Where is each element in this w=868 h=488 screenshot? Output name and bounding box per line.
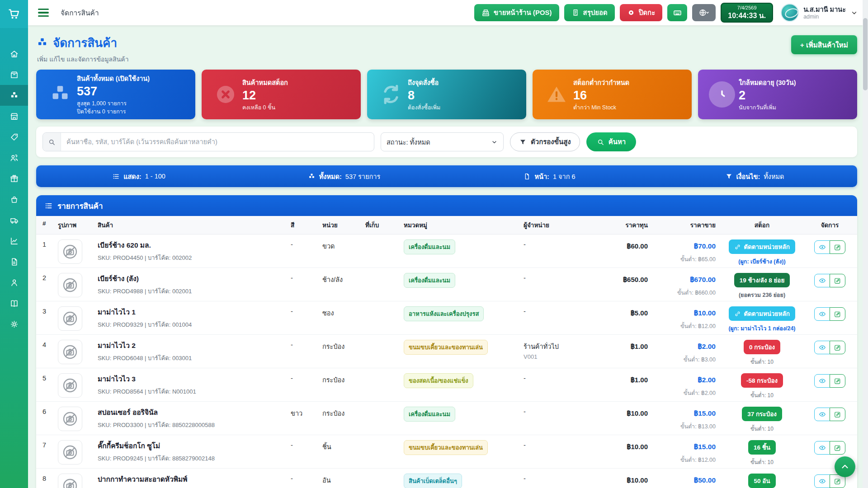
cost-price: ฿60.00 <box>591 239 648 252</box>
stat-card-value: 2 <box>739 88 796 103</box>
sidebar-item-documents[interactable] <box>0 251 28 272</box>
cash-register-icon <box>481 9 490 17</box>
hamburger-menu-button[interactable] <box>36 7 51 19</box>
edit-product-button[interactable] <box>830 274 845 287</box>
view-product-button[interactable] <box>814 474 830 488</box>
view-product-button[interactable] <box>814 441 830 455</box>
chevron-up-icon <box>840 462 850 472</box>
supplier-cell: - <box>524 273 591 282</box>
sales-summary-button[interactable]: สรุปยอด <box>564 4 615 21</box>
advanced-filter-button[interactable]: ตัวกรองขั้นสูง <box>510 132 580 151</box>
language-dropdown-button[interactable] <box>692 4 716 21</box>
view-product-button[interactable] <box>814 374 830 388</box>
view-product-button[interactable] <box>814 408 830 421</box>
column-header: รูปภาพ <box>58 220 98 230</box>
keyboard-shortcuts-button[interactable] <box>667 4 687 21</box>
product-image-cell <box>58 373 98 398</box>
stock-badge-label: 37 กระป๋อง <box>747 409 777 419</box>
scroll-to-top-button[interactable] <box>835 456 855 477</box>
supplier-name: - <box>524 440 591 449</box>
stat-card-value: 537 <box>77 84 150 99</box>
action-button-group <box>814 239 845 254</box>
category-cell: เครื่องดื่มและนม <box>404 239 524 254</box>
row-number: 6 <box>42 407 58 415</box>
sale-price: ฿50.00 <box>648 474 716 486</box>
settings-icon <box>9 319 19 329</box>
status-select[interactable]: สถานะ: ทั้งหมด <box>381 132 504 151</box>
sidebar-item-reports[interactable] <box>0 230 28 251</box>
sidebar-item-menu-book[interactable] <box>0 293 28 314</box>
stock-note: ขั้นต่ำ: 10 <box>716 458 808 466</box>
search-submit-button[interactable]: ค้นหา <box>586 132 637 151</box>
x-circle-icon <box>214 83 237 106</box>
top-header: จัดการสินค้า ขายหน้าร้าน (POS) สรุปยอด ป… <box>28 0 868 25</box>
stat-card-title: สต็อกต่ำกว่ากำหนด <box>573 77 629 88</box>
stat-card-subtext: ต้องสั่งซื้อเพิ่ม <box>408 103 440 112</box>
link-icon <box>734 244 741 250</box>
edit-product-button[interactable] <box>830 441 845 455</box>
stat-card-value: 16 <box>573 88 629 103</box>
no-image-placeholder <box>58 407 82 431</box>
home-icon <box>9 49 19 59</box>
user-menu[interactable]: น.ส.มานี มานะ admin <box>781 4 858 22</box>
stat-card-near-expiry: ใกล้หมดอายุ (30วัน)2นับจากวันที่เพิ่ม <box>698 70 857 119</box>
search-panel: สถานะ: ทั้งหมด ตัวกรองขั้นสูง ค้นหา <box>36 127 857 157</box>
view-product-button[interactable] <box>814 307 830 321</box>
stock-note: ขั้นต่ำ: 10 <box>716 357 808 366</box>
record-circle-icon <box>627 9 635 17</box>
row-number: 4 <box>42 340 58 348</box>
stock-cell: 16 ชิ้นขั้นต่ำ: 10 <box>716 440 808 466</box>
view-product-button[interactable] <box>814 274 830 287</box>
add-product-button[interactable]: + เพิ่มสินค้าใหม่ <box>791 35 857 54</box>
scrollbar-thumb[interactable] <box>863 18 868 90</box>
store-icon <box>9 112 19 121</box>
sidebar-item-shipping[interactable] <box>0 210 28 230</box>
info-bar-segment-3: เงื่อนไข:ทั้งหมด <box>652 171 857 182</box>
sidebar-item-settings[interactable] <box>0 314 28 334</box>
sidebar-item-pricing-tags[interactable] <box>0 127 28 147</box>
basket-icon <box>9 195 19 204</box>
product-sku-barcode: SKU: PROD9245 | บาร์โค้ด: 8858279002148 <box>98 454 291 463</box>
info-bar-segment-1: ทั้งหมด:537 รายการ <box>241 171 447 182</box>
edit-product-button[interactable] <box>830 374 845 388</box>
date-text: 7/4/2569 <box>728 5 766 11</box>
edit-product-button[interactable] <box>830 408 845 421</box>
product-location <box>365 239 404 241</box>
search-box <box>42 132 374 151</box>
no-image-placeholder <box>58 440 82 465</box>
stat-card-below-min-stock: สต็อกต่ำกว่ากำหนด16ต่ำกว่า Min Stock <box>533 70 692 119</box>
camera-slash-icon <box>62 377 78 394</box>
product-name: คั๊กกี้ครีมช็อกโก ซูโม่ <box>98 440 291 451</box>
product-location <box>365 440 404 441</box>
header-title: จัดการสินค้า <box>61 7 99 19</box>
supplier-cell: - <box>524 474 591 482</box>
sidebar-item-orders[interactable] <box>0 64 28 85</box>
sidebar-item-promotions[interactable] <box>0 168 28 189</box>
edit-product-button[interactable] <box>830 307 845 321</box>
min-sale-price: ขั้นต่ำ: ฿660.00 <box>648 288 716 297</box>
search-input[interactable] <box>61 138 374 145</box>
sidebar-item-home[interactable] <box>0 43 28 64</box>
min-sale-price: ขั้นต่ำ: ฿13.00 <box>648 422 716 431</box>
customers-icon <box>9 153 19 163</box>
edit-product-button[interactable] <box>830 240 845 254</box>
stat-card-title: ใกล้หมดอายุ (30วัน) <box>739 77 796 88</box>
sidebar-item-store[interactable] <box>0 106 28 127</box>
table-title: รายการสินค้า <box>57 200 103 212</box>
page-subtitle: เพิ่ม แก้ไข และจัดการข้อมูลสินค้า <box>37 54 129 64</box>
product-location <box>365 306 404 308</box>
pos-button[interactable]: ขายหน้าร้าน (POS) <box>474 4 559 21</box>
view-product-button[interactable] <box>814 341 830 354</box>
edit-product-button[interactable] <box>830 341 845 354</box>
column-header: ราคาขาย <box>648 220 716 230</box>
app-logo[interactable] <box>0 0 28 28</box>
close-shift-button[interactable]: ปิดกะ <box>620 4 662 21</box>
sidebar-item-customers[interactable] <box>0 147 28 168</box>
stock-badge: ตัดตามหน่วยหลัก <box>729 306 795 321</box>
sidebar-item-purchases[interactable] <box>0 189 28 210</box>
sidebar-item-staff[interactable] <box>0 272 28 293</box>
info-bar-value: 1 จาก 6 <box>553 171 576 182</box>
view-product-button[interactable] <box>814 240 830 254</box>
stock-badge-label: 16 ชิ้น <box>754 442 770 452</box>
sidebar-item-products[interactable] <box>0 85 28 106</box>
